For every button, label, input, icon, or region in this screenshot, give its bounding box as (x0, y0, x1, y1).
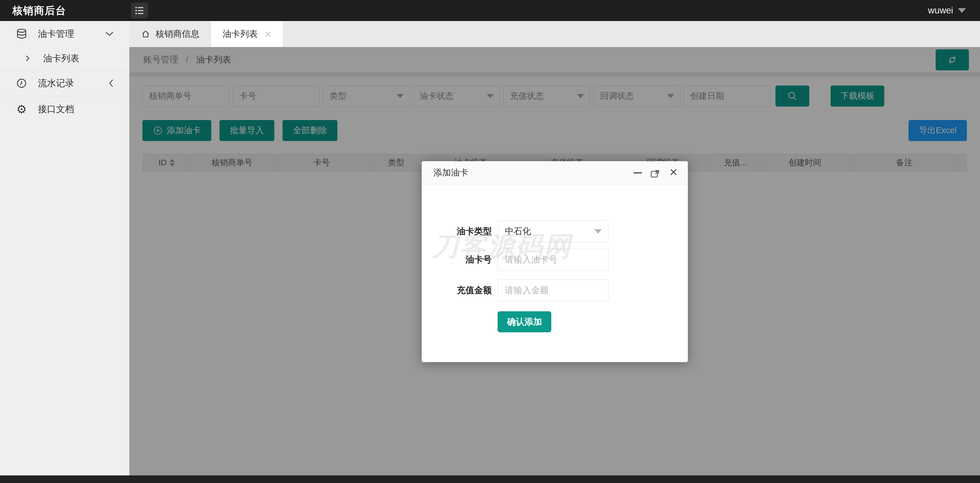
field-label: 油卡类型 (422, 225, 492, 238)
chevron-down-icon (958, 8, 966, 13)
modal-titlebar: 添加油卡 × (422, 161, 688, 185)
sidebar-item-label: 接口文档 (38, 103, 74, 115)
chevron-down-icon (105, 31, 114, 37)
card-type-select[interactable]: 中石化 (498, 220, 608, 242)
sidebar-item-transaction-records[interactable]: 流水记录 (0, 70, 129, 96)
recharge-amount-field[interactable]: 请输入金额 (498, 279, 608, 301)
list-menu-icon (134, 6, 145, 16)
username: wuwei (928, 5, 953, 16)
sidebar-item-label: 流水记录 (38, 77, 74, 89)
modal-title: 添加油卡 (433, 167, 468, 179)
add-fuelcard-modal: 添加油卡 × 刀客源码网 油卡类型 中石化 油卡号 请输入油卡号 充值金额 (422, 161, 688, 362)
footer-bar (0, 475, 980, 483)
sidebar-item-label: 油卡管理 (38, 28, 74, 40)
form-row-card-type: 油卡类型 中石化 (422, 220, 608, 242)
arrow-right-icon (25, 54, 30, 62)
placeholder: 请输入油卡号 (505, 254, 557, 266)
gear-icon: ⚙ (15, 104, 28, 115)
tab-merchant-info[interactable]: 核销商信息 (129, 21, 211, 47)
tab-bar: 核销商信息 油卡列表 × (129, 21, 980, 47)
card-number-field[interactable]: 请输入油卡号 (498, 249, 608, 270)
chevron-left-icon (108, 78, 114, 88)
placeholder: 请输入金额 (505, 284, 549, 296)
sidebar-subitem-label: 油卡列表 (43, 52, 80, 65)
database-icon (15, 28, 28, 40)
form-row-recharge-amount: 充值金额 请输入金额 (422, 279, 608, 301)
form-row-card-number: 油卡号 请输入油卡号 (422, 249, 608, 270)
maximize-icon[interactable] (650, 169, 660, 179)
field-label: 油卡号 (422, 254, 492, 266)
tab-label: 油卡列表 (223, 28, 258, 40)
sidebar: 油卡管理 油卡列表 流水记录 ⚙ 接口文档 (0, 21, 129, 475)
field-label: 充值金额 (422, 284, 492, 296)
sidebar-item-api-docs[interactable]: ⚙ 接口文档 (0, 96, 129, 122)
history-icon (15, 77, 28, 89)
close-icon[interactable]: × (265, 30, 271, 38)
menu-toggle-button[interactable] (131, 3, 148, 18)
tab-label: 核销商信息 (156, 28, 199, 40)
sidebar-item-fuelcard-list[interactable]: 油卡列表 (0, 47, 129, 70)
user-menu[interactable]: wuwei (928, 0, 966, 21)
close-icon[interactable]: × (670, 165, 677, 179)
chevron-down-icon (594, 229, 602, 234)
confirm-add-button[interactable]: 确认添加 (498, 311, 551, 332)
modal-body: 刀客源码网 油卡类型 中石化 油卡号 请输入油卡号 充值金额 请输入金额 确认添… (422, 185, 688, 362)
home-icon (141, 29, 150, 39)
sidebar-item-fuelcard-management[interactable]: 油卡管理 (0, 21, 129, 47)
minimize-icon[interactable] (633, 172, 642, 174)
app-title: 核销商后台 (12, 4, 66, 18)
select-value: 中石化 (505, 225, 531, 238)
tab-fuelcard-list[interactable]: 油卡列表 × (211, 21, 283, 47)
top-header: 核销商后台 wuwei (0, 0, 980, 21)
